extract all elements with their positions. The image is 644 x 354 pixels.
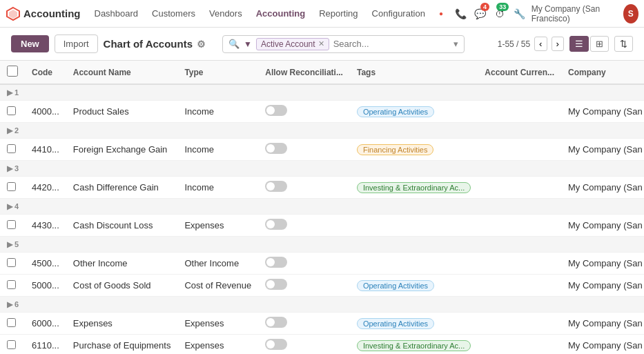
currency-header[interactable]: Account Curren... (478, 61, 561, 84)
filter-tag[interactable]: Active Account ✕ (256, 38, 329, 50)
filter-tag-close[interactable]: ✕ (318, 39, 324, 48)
expand-icon[interactable]: ▶ 1 (7, 88, 19, 97)
reconcile-toggle-cell[interactable] (258, 139, 350, 161)
select-all-checkbox[interactable] (7, 66, 18, 77)
phone-icon[interactable]: 📞 (453, 4, 468, 23)
account-name[interactable]: Expenses (66, 313, 178, 335)
list-view-button[interactable]: ☰ (569, 36, 589, 52)
account-name[interactable]: Purchase of Equipments (66, 335, 178, 355)
row-checkbox-cell[interactable] (0, 313, 25, 335)
tag-badge[interactable]: Investing & Extraordinary Ac... (357, 182, 471, 193)
message-icon[interactable]: 💬 4 (473, 4, 488, 23)
row-checkbox[interactable] (7, 144, 16, 153)
search-input[interactable] (333, 39, 449, 49)
alert-icon-red[interactable]: ● (433, 4, 449, 23)
reconcile-header[interactable]: Allow Reconciliati... (258, 61, 350, 84)
company-header[interactable]: Company (561, 61, 644, 84)
expand-icon[interactable]: ▶ 5 (7, 240, 19, 248)
account-name[interactable]: Product Sales (66, 101, 178, 123)
select-all-header[interactable] (0, 61, 25, 84)
reconcile-toggle[interactable] (265, 105, 287, 116)
account-name[interactable]: Cash Discount Loss (66, 215, 178, 237)
row-checkbox-cell[interactable] (0, 335, 25, 355)
row-checkbox[interactable] (7, 258, 16, 267)
row-checkbox[interactable] (7, 182, 16, 191)
user-avatar[interactable]: S (623, 4, 638, 23)
tag-cell: Operating Activities (350, 313, 478, 335)
account-name[interactable]: Foreign Exchange Gain (66, 139, 178, 161)
tag-badge[interactable]: Operating Activities (357, 318, 434, 329)
row-checkbox[interactable] (7, 340, 16, 349)
row-checkbox-cell[interactable] (0, 215, 25, 237)
row-checkbox-cell[interactable] (0, 275, 25, 297)
row-checkbox-cell[interactable] (0, 101, 25, 123)
tag-badge[interactable]: Operating Activities (357, 280, 434, 291)
row-checkbox[interactable] (7, 318, 16, 327)
tags-header[interactable]: Tags (350, 61, 478, 84)
reconcile-toggle[interactable] (265, 219, 287, 230)
tag-badge[interactable]: Investing & Extraordinary Ac... (357, 340, 471, 351)
account-name[interactable]: Cost of Goods Sold (66, 275, 178, 297)
row-checkbox-cell[interactable] (0, 253, 25, 275)
reconcile-toggle-cell[interactable] (258, 101, 350, 123)
row-checkbox-cell[interactable] (0, 177, 25, 199)
timer-icon[interactable]: ⏱ 33 (492, 4, 507, 23)
company-name: My Company (San Francisco) (531, 4, 619, 23)
expand-icon[interactable]: ▶ 6 (7, 300, 19, 308)
table-row: 6110... Purchase of Equipments Expenses … (0, 335, 644, 355)
tag-cell (350, 215, 478, 237)
column-settings-icon[interactable]: ⇅ (614, 36, 633, 52)
company-cell: My Company (San Franci... (561, 215, 644, 237)
table-row: 5000... Cost of Goods Sold Cost of Reven… (0, 275, 644, 297)
expand-icon[interactable]: ▶ 3 (7, 164, 19, 173)
row-checkbox[interactable] (7, 106, 16, 115)
account-name[interactable]: Cash Difference Gain (66, 177, 178, 199)
row-checkbox-cell[interactable] (0, 139, 25, 161)
reconcile-toggle[interactable] (265, 317, 287, 328)
currency-cell (478, 275, 561, 297)
reconcile-toggle-cell[interactable] (258, 253, 350, 275)
pagination-next[interactable]: › (552, 37, 564, 51)
nav-configuration[interactable]: Configuration (367, 6, 431, 21)
wrench-icon[interactable]: 🔧 (511, 4, 527, 23)
reconcile-toggle-cell[interactable] (258, 177, 350, 199)
nav-customers[interactable]: Customers (146, 6, 201, 21)
search-dropdown-icon[interactable]: ▾ (453, 39, 458, 49)
reconcile-toggle[interactable] (265, 143, 287, 154)
nav-reporting[interactable]: Reporting (313, 6, 363, 21)
settings-gear-icon[interactable]: ⚙ (197, 39, 206, 50)
pagination-prev[interactable]: ‹ (534, 37, 547, 51)
kanban-view-button[interactable]: ⊞ (590, 36, 609, 52)
filter-tag-label: Active Account (261, 39, 315, 49)
code-header[interactable]: Code (25, 61, 66, 84)
nav-accounting[interactable]: Accounting (251, 6, 311, 21)
account-name[interactable]: Other Income (66, 253, 178, 275)
row-checkbox[interactable] (7, 220, 16, 229)
new-button[interactable]: New (11, 35, 49, 52)
tag-badge[interactable]: Financing Activities (357, 144, 434, 155)
reconcile-toggle[interactable] (265, 279, 287, 290)
type-header[interactable]: Type (177, 61, 258, 84)
group-label: ▶ 2 (0, 123, 644, 139)
reconcile-toggle[interactable] (265, 257, 287, 268)
nav-vendors[interactable]: Vendors (204, 6, 248, 21)
expand-icon[interactable]: ▶ 2 (7, 126, 19, 135)
reconcile-toggle[interactable] (265, 181, 287, 192)
phone-glyph: 📞 (455, 8, 467, 19)
reconcile-toggle-cell[interactable] (258, 215, 350, 237)
nav-dashboard[interactable]: Dashboard (89, 6, 144, 21)
account-code: 6110... (25, 335, 66, 355)
import-button[interactable]: Import (55, 35, 98, 53)
app-logo[interactable]: Accounting (6, 6, 81, 21)
reconcile-toggle[interactable] (265, 339, 287, 350)
reconcile-toggle-cell[interactable] (258, 313, 350, 335)
tag-badge[interactable]: Operating Activities (357, 106, 434, 117)
expand-icon[interactable]: ▶ 4 (7, 202, 19, 210)
row-checkbox[interactable] (7, 280, 16, 289)
company-cell: My Company (San Franci... (561, 101, 644, 123)
pagination-text: 1-55 / 55 (498, 39, 530, 49)
reconcile-toggle-cell[interactable] (258, 335, 350, 355)
account-name-header[interactable]: Account Name (66, 61, 178, 84)
reconcile-toggle-cell[interactable] (258, 275, 350, 297)
filter-bar[interactable]: 🔍 ▼ Active Account ✕ ▾ (222, 35, 465, 53)
